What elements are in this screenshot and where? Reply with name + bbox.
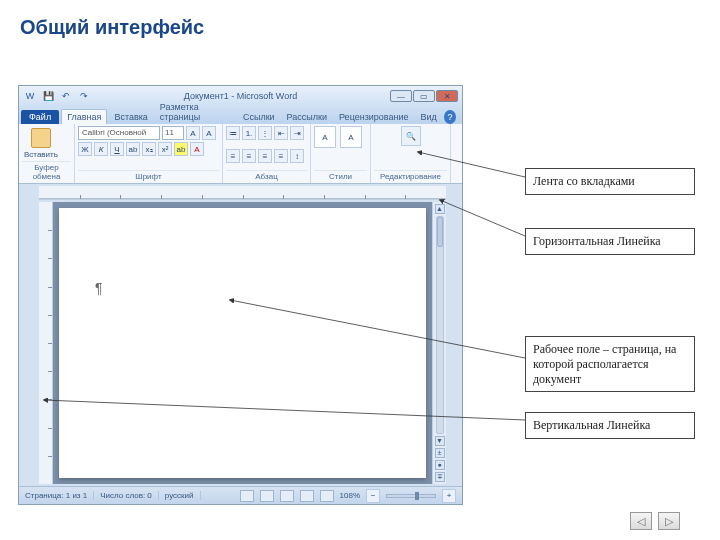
undo-icon[interactable]: ↶ [59,89,73,103]
callout-ruler-h: Горизонтальная Линейка [525,228,695,255]
draft-view-icon[interactable] [320,490,334,502]
tab-insert[interactable]: Вставка [109,110,152,124]
titlebar: W 💾 ↶ ↷ Документ1 - Microsoft Word ― ▭ ✕ [19,86,462,106]
align-center-icon[interactable]: ≡ [242,149,256,163]
window-controls: ― ▭ ✕ [390,90,458,102]
paste-button[interactable]: Вставить [22,126,60,161]
underline-button[interactable]: Ч [110,142,124,156]
callout-workarea: Рабочее поле – страница, на которой расп… [525,336,695,392]
prev-slide-button[interactable]: ◁ [630,512,652,530]
scroll-track[interactable] [436,216,444,434]
zoom-out-icon[interactable]: − [366,489,380,503]
superscript-button[interactable]: x² [158,142,172,156]
zoom-slider[interactable] [386,494,436,498]
group-paragraph: ≔ 1. ⋮ ⇤ ⇥ ≡ ≡ ≡ ≡ ↕ Абзац [223,124,311,183]
group-label-font: Шрифт [78,170,219,181]
ribbon: Вставить Буфер обмена Calibri (Основной … [19,124,462,184]
line-spacing-icon[interactable]: ↕ [290,149,304,163]
numbering-icon[interactable]: 1. [242,126,256,140]
maximize-button[interactable]: ▭ [413,90,435,102]
tab-review[interactable]: Рецензирование [334,110,414,124]
align-right-icon[interactable]: ≡ [258,149,272,163]
multilevel-icon[interactable]: ⋮ [258,126,272,140]
outline-view-icon[interactable] [300,490,314,502]
word-window: W 💾 ↶ ↷ Документ1 - Microsoft Word ― ▭ ✕… [18,85,463,505]
paste-label: Вставить [24,150,58,159]
save-icon[interactable]: 💾 [41,89,55,103]
group-label-clipboard: Буфер обмена [22,161,71,181]
group-clipboard: Вставить Буфер обмена [19,124,75,183]
change-styles-icon[interactable]: A [340,126,362,148]
tab-references[interactable]: Ссылки [238,110,280,124]
scroll-down-icon[interactable]: ▼ [435,436,445,446]
word-logo-icon: W [23,89,37,103]
callout-ruler-v: Вертикальная Линейка [525,412,695,439]
slide-title: Общий интерфейс [0,0,720,47]
status-page[interactable]: Страница: 1 из 1 [25,491,94,500]
justify-icon[interactable]: ≡ [274,149,288,163]
zoom-knob[interactable] [415,492,419,500]
document-area: ¶ ▲ ▼ ± ● ∓ [39,202,446,484]
window-title: Документ1 - Microsoft Word [95,91,386,101]
status-bar: Страница: 1 из 1 Число слов: 0 русский 1… [19,486,462,504]
scroll-up-icon[interactable]: ▲ [435,204,445,214]
italic-button[interactable]: К [94,142,108,156]
highlight-button[interactable]: ab [174,142,188,156]
status-language[interactable]: русский [165,491,201,500]
close-button[interactable]: ✕ [436,90,458,102]
group-editing: 🔍 Редактирование [371,124,451,183]
shrink-font-icon[interactable]: A [202,126,216,140]
vertical-ruler[interactable] [39,202,53,484]
vertical-scrollbar[interactable]: ▲ ▼ ± ● ∓ [432,202,446,484]
slide-pager: ◁ ▷ [630,512,680,530]
align-left-icon[interactable]: ≡ [226,149,240,163]
document-page[interactable]: ¶ [59,208,426,478]
find-icon[interactable]: 🔍 [401,126,421,146]
strikethrough-button[interactable]: ab [126,142,140,156]
help-icon[interactable]: ? [444,110,456,124]
minimize-button[interactable]: ― [390,90,412,102]
pilcrow-icon: ¶ [95,280,103,296]
ribbon-tabs: Файл Главная Вставка Разметка страницы С… [19,106,462,124]
zoom-in-icon[interactable]: + [442,489,456,503]
font-name-combo[interactable]: Calibri (Основной те [78,126,160,140]
tab-layout[interactable]: Разметка страницы [155,100,236,124]
bold-button[interactable]: Ж [78,142,92,156]
redo-icon[interactable]: ↷ [77,89,91,103]
file-tab[interactable]: Файл [21,110,59,124]
group-label-styles: Стили [314,170,367,181]
fullscreen-view-icon[interactable] [260,490,274,502]
group-font: Calibri (Основной те 11 A A Ж К Ч ab x₂ … [75,124,223,183]
scroll-thumb[interactable] [437,217,443,247]
paste-icon [31,128,51,148]
increase-indent-icon[interactable]: ⇥ [290,126,304,140]
page-container[interactable]: ¶ [53,202,432,484]
group-styles: A A Стили [311,124,371,183]
next-slide-button[interactable]: ▷ [658,512,680,530]
styles-gallery-icon[interactable]: A [314,126,336,148]
font-color-button[interactable]: A [190,142,204,156]
tab-view[interactable]: Вид [416,110,442,124]
group-label-paragraph: Абзац [226,170,307,181]
font-size-combo[interactable]: 11 [162,126,184,140]
tab-mailings[interactable]: Рассылки [282,110,332,124]
status-words[interactable]: Число слов: 0 [100,491,159,500]
callout-ribbon: Лента со вкладками [525,168,695,195]
print-layout-view-icon[interactable] [240,490,254,502]
web-layout-view-icon[interactable] [280,490,294,502]
prev-page-icon[interactable]: ± [435,448,445,458]
next-page-icon[interactable]: ∓ [435,472,445,482]
horizontal-ruler[interactable] [39,186,446,200]
decrease-indent-icon[interactable]: ⇤ [274,126,288,140]
browse-object-icon[interactable]: ● [435,460,445,470]
grow-font-icon[interactable]: A [186,126,200,140]
zoom-value[interactable]: 108% [340,491,360,500]
bullets-icon[interactable]: ≔ [226,126,240,140]
tab-home[interactable]: Главная [61,109,107,124]
subscript-button[interactable]: x₂ [142,142,156,156]
group-label-editing: Редактирование [374,170,447,181]
